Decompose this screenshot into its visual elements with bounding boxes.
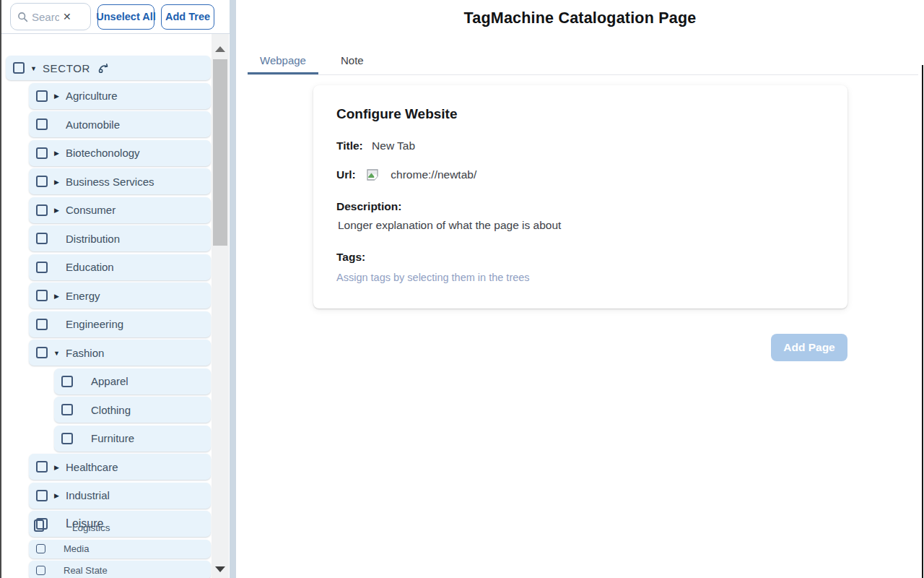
url-label: Url: [336,168,356,181]
checkbox[interactable] [36,544,45,553]
checkbox[interactable] [36,176,48,187]
expander-icon [73,381,91,381]
checkbox[interactable] [36,347,48,358]
tree-item[interactable]: ▼ Fashion [29,340,211,366]
expander-icon[interactable]: ▶ [48,92,66,100]
expander-icon [45,570,64,571]
description-value: Longer explanation of what the page is a… [338,219,824,232]
configure-website-card: Configure Website Title: New Tab Url: ch… [313,85,847,309]
expander-icon [48,267,66,267]
checkbox[interactable] [36,147,48,159]
checkbox[interactable] [36,233,48,244]
url-value: chrome://newtab/ [391,168,476,181]
checkbox[interactable] [36,319,48,330]
checkbox[interactable] [13,62,25,74]
tree-item[interactable]: ▶ Agriculture [29,83,211,109]
search-input[interactable] [32,11,59,23]
tags-label: Tags: [336,251,824,264]
tree-item[interactable]: Leisure Logistics [29,511,211,537]
tree-item-label: Biotechonology [66,147,140,159]
checkbox-ghost [34,519,44,532]
expander-icon[interactable]: ▶ [48,491,66,499]
tree-item[interactable]: ▶ Consumer [29,197,211,223]
expander-icon[interactable]: ▶ [48,292,66,300]
tag-tree-sidebar: ✕ Unselect All Add Tree ▼ SECTOR ▶ Agric… [0,0,236,578]
scroll-down-icon[interactable] [215,566,225,572]
title-row: Title: New Tab [336,139,824,152]
unselect-all-button[interactable]: Unselect All [97,4,154,30]
tab-webpage[interactable]: Webpage [248,48,318,74]
search-box[interactable]: ✕ [10,3,91,30]
tree-list: ▶ Agriculture Automobile ▶ Biotechonolog… [6,83,212,578]
tab-note[interactable]: Note [328,48,376,74]
tree-item-label: Clothing [91,404,131,416]
tree-item-label: Fashion [66,347,104,359]
tree-item-label: Apparel [91,375,128,387]
expander-icon[interactable]: ▶ [48,463,66,471]
expander-icon[interactable]: ▼ [48,349,66,357]
tree-item-label: Industrial [66,489,110,501]
checkbox[interactable] [36,204,48,216]
tree-item[interactable]: ▶ Energy [29,282,211,309]
expander-icon [73,438,91,439]
tree-item[interactable]: ▶ Biotechonology [29,140,211,166]
add-page-button[interactable]: Add Page [771,334,847,361]
tree-item-label: Distribution [66,233,120,245]
tag-tree: ▼ SECTOR ▶ Agriculture Automobile ▶ Biot… [0,34,212,578]
tree-root-label: SECTOR [43,62,90,74]
checkbox[interactable] [36,461,48,473]
tree-item[interactable]: ▶ Industrial [29,483,211,509]
tree-item-label: Business Services [66,176,154,188]
expander-icon [48,124,66,125]
expander-icon [73,410,91,410]
tab-bar: Webpage Note [248,48,918,75]
window-left-edge [0,0,1,578]
tree-item[interactable]: ▶ Healthcare [29,454,211,480]
sidebar-toolbar: ✕ Unselect All Add Tree [1,0,230,34]
scrollbar-thumb[interactable] [213,59,227,246]
expander-icon[interactable]: ▼ [25,64,43,72]
tree-item[interactable]: Distribution [29,225,211,251]
checkbox[interactable] [36,566,45,575]
checkbox[interactable] [36,118,48,130]
checkbox[interactable] [61,433,73,444]
tree-item[interactable]: ▶ Business Services [29,168,211,194]
expander-icon[interactable]: ▶ [48,178,66,186]
tree-item-label: Energy [66,290,100,302]
tree-item-label: Furniture [91,432,134,444]
tree-item[interactable]: Furniture [54,426,211,452]
checkbox[interactable] [36,262,48,273]
tree-item[interactable]: Education [29,254,211,280]
tree-item-label: Engineering [66,318,123,330]
expander-icon [48,324,66,324]
tree-item-label: Healthcare [66,461,118,473]
checkbox[interactable] [61,404,73,415]
add-tree-button[interactable]: Add Tree [161,4,214,30]
tree-item[interactable]: Apparel [54,368,211,394]
tree-item[interactable]: Automobile [29,111,211,137]
main-panel: TagMachine Catalogation Page Webpage Not… [236,0,924,578]
card-heading: Configure Website [336,106,824,122]
tree-item[interactable]: Clothing [54,397,211,423]
checkbox[interactable] [36,90,48,102]
checkbox[interactable] [36,490,48,501]
tree-item-label: Automobile [66,118,120,131]
title-label: Title: [336,139,363,152]
tree-item[interactable]: Engineering [29,311,211,337]
tree-item[interactable]: Media [29,540,211,558]
expander-icon[interactable]: ▶ [48,206,66,214]
expander-icon[interactable]: ▶ [48,149,66,157]
tree-share-icon[interactable] [97,62,110,74]
scroll-up-icon[interactable] [215,46,225,52]
tree-item-label: Leisure [66,517,103,530]
tree-item-label: Media [64,543,89,554]
checkbox[interactable] [36,290,48,301]
search-clear-icon[interactable]: ✕ [63,11,71,22]
url-row: Url: chrome://newtab/ [336,168,824,184]
tree-root-sector[interactable]: ▼ SECTOR [6,56,211,80]
tree-item-label: Consumer [66,204,116,216]
sidebar-scrollbar[interactable] [212,34,229,578]
tree-item[interactable]: Real State [29,561,211,578]
checkbox[interactable] [61,376,73,387]
right-scroll-edge[interactable] [922,65,923,578]
